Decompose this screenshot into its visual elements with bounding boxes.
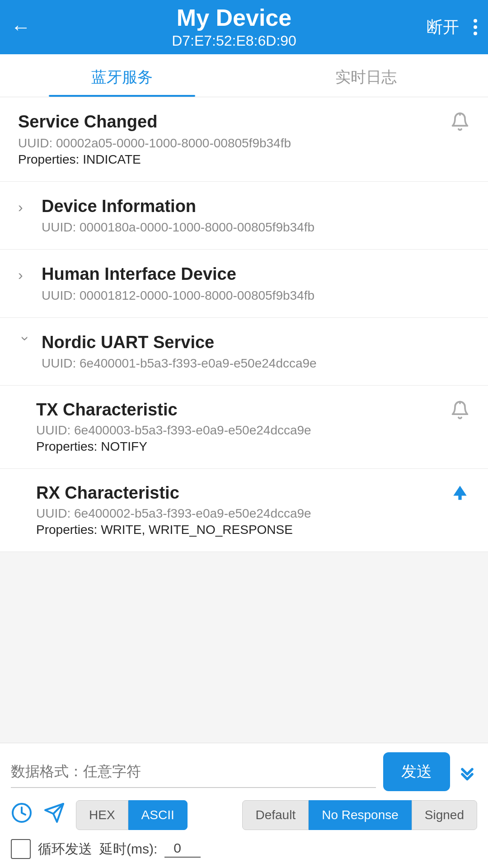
- more-menu-button[interactable]: [474, 19, 477, 35]
- device-name: My Device: [177, 5, 291, 31]
- format-hex-button[interactable]: HEX: [76, 800, 128, 830]
- back-button[interactable]: ←: [11, 17, 31, 37]
- tab-bluetooth-services[interactable]: 蓝牙服务: [0, 54, 244, 97]
- tx-char-name: TX Characteristic: [36, 400, 443, 420]
- response-default-button[interactable]: Default: [242, 800, 309, 830]
- service-changed-properties: Properties: INDICATE: [18, 152, 443, 167]
- service-changed-name: Service Changed: [18, 112, 443, 132]
- device-information-uuid: UUID: 0000180a-0000-1000-8000-00805f9b34…: [42, 220, 314, 235]
- clock-icon[interactable]: [11, 802, 33, 829]
- delay-label: 延时(ms):: [99, 840, 157, 859]
- header-title-block: My Device D7:E7:52:E8:6D:90: [42, 5, 427, 49]
- loop-send-label: 循环发送: [38, 840, 92, 859]
- device-information-name: Device Information: [42, 196, 314, 217]
- tab-realtime-log[interactable]: 实时日志: [244, 54, 488, 97]
- tx-bell-icon[interactable]: [450, 400, 470, 425]
- nordic-uart-name: Nordic UART Service: [42, 332, 317, 353]
- expand-icon-human-interface: ›: [18, 267, 33, 283]
- nordic-uart-uuid: UUID: 6e400001-b5a3-f393-e0a9-e50e24dcca…: [42, 356, 317, 371]
- tx-char-properties: Properties: NOTIFY: [36, 439, 443, 454]
- format-ascii-button[interactable]: ASCII: [128, 800, 188, 830]
- service-changed-uuid: UUID: 00002a05-0000-1000-8000-00805f9b34…: [18, 136, 443, 151]
- delay-value[interactable]: 0: [164, 840, 201, 858]
- rx-char-properties: Properties: WRITE, WRITE_NO_RESPONSE: [36, 523, 443, 537]
- expand-panel-button[interactable]: [457, 762, 477, 782]
- service-item-nordic-uart[interactable]: › Nordic UART Service UUID: 6e400001-b5a…: [0, 318, 488, 386]
- service-item-device-information[interactable]: › Device Information UUID: 0000180a-0000…: [0, 182, 488, 250]
- disconnect-button[interactable]: 断开: [427, 16, 459, 38]
- send-icon[interactable]: [43, 802, 65, 829]
- svg-marker-2: [453, 486, 466, 496]
- rx-char-name: RX Characteristic: [36, 483, 443, 503]
- human-interface-uuid: UUID: 00001812-0000-1000-8000-00805f9b34…: [42, 288, 314, 303]
- human-interface-name: Human Interface Device: [42, 264, 314, 285]
- loop-send-checkbox[interactable]: [11, 839, 31, 859]
- response-button-group: Default No Response Signed: [242, 800, 477, 830]
- data-input[interactable]: [11, 756, 376, 788]
- expand-icon-nordic-uart: ›: [17, 336, 34, 350]
- bottom-panel: 发送 HEX ASCII: [0, 743, 488, 868]
- device-address: D7:E7:52:E8:6D:90: [172, 33, 296, 49]
- service-item-service-changed: Service Changed UUID: 00002a05-0000-1000…: [0, 97, 488, 182]
- tx-char-uuid: UUID: 6e400003-b5a3-f393-e0a9-e50e24dcca…: [36, 423, 443, 438]
- format-button-group: HEX ASCII: [76, 800, 188, 830]
- rx-upload-icon[interactable]: [450, 483, 470, 508]
- header-actions: 断开: [427, 16, 477, 38]
- svg-rect-3: [458, 495, 461, 500]
- service-item-human-interface-device[interactable]: › Human Interface Device UUID: 00001812-…: [0, 250, 488, 318]
- input-row: 发送: [11, 752, 477, 791]
- app-header: ← My Device D7:E7:52:E8:6D:90 断开: [0, 0, 488, 54]
- char-item-tx: TX Characteristic UUID: 6e400003-b5a3-f3…: [0, 386, 488, 469]
- expand-icon-device-information: ›: [18, 199, 33, 216]
- rx-char-uuid: UUID: 6e400002-b5a3-f393-e0a9-e50e24dcca…: [36, 506, 443, 521]
- char-item-rx: RX Characteristic UUID: 6e400002-b5a3-f3…: [0, 469, 488, 552]
- response-signed-button[interactable]: Signed: [412, 800, 477, 830]
- response-noresponse-button[interactable]: No Response: [309, 800, 412, 830]
- service-changed-bell-icon[interactable]: [450, 112, 470, 136]
- loop-row: 循环发送 延时(ms): 0: [11, 837, 477, 859]
- tab-bar: 蓝牙服务 实时日志: [0, 54, 488, 97]
- send-button[interactable]: 发送: [383, 752, 450, 791]
- service-list: Service Changed UUID: 00002a05-0000-1000…: [0, 97, 488, 552]
- tool-row: HEX ASCII Default No Response Signed: [11, 800, 477, 830]
